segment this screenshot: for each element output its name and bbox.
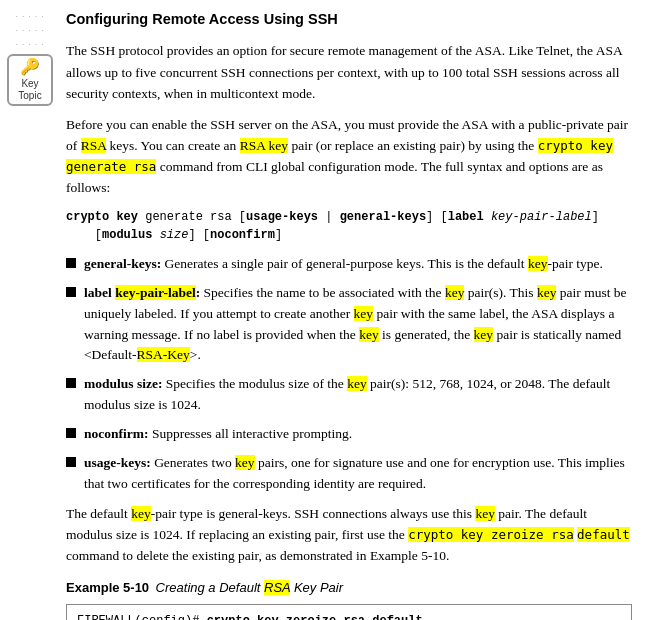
example-title: Creating a Default RSA Key Pair	[156, 580, 343, 595]
term-usage-keys: usage-keys:	[84, 455, 151, 470]
example-number: Example 5-10	[66, 580, 149, 595]
paragraph-1: The SSH protocol provides an option for …	[66, 40, 632, 103]
bullet-modulus-content: modulus size: Specifies the modulus size…	[84, 374, 632, 416]
highlight-rsa-key-2: RSA-Key	[137, 347, 190, 362]
bullet-modulus: modulus size: Specifies the modulus size…	[66, 374, 632, 416]
bullet-general-keys: general-keys: Generates a single pair of…	[66, 254, 632, 275]
bullet-noconfirm-content: noconfirm: Suppresses all interactive pr…	[84, 424, 632, 445]
code-cmd-1: crypto key zeroize rsa default	[207, 614, 423, 620]
highlight-key-9: key	[131, 506, 151, 521]
bullet-icon-2	[66, 287, 76, 297]
highlight-key-2: key	[445, 285, 465, 300]
key-topic-badge: 🔑 KeyTopic	[7, 54, 53, 106]
dots-decoration: · · · · ·· · · · ·· · · · ·	[15, 10, 44, 52]
highlight-key-1: key	[528, 256, 548, 271]
content-area: Configuring Remote Access Using SSH The …	[60, 0, 646, 620]
code-box: FIREWALL(config)# crypto key zeroize rsa…	[66, 604, 632, 620]
example-label: Example 5-10 Creating a Default RSA Key …	[66, 578, 632, 598]
highlight-crypto-cmd: crypto key generate rsa	[66, 138, 613, 174]
page-container: · · · · ·· · · · ·· · · · · 🔑 KeyTopic C…	[0, 0, 646, 620]
section-title: Configuring Remote Access Using SSH	[66, 8, 632, 30]
highlight-rsa1: RSA	[81, 138, 107, 153]
highlight-key-6: key	[474, 327, 494, 342]
highlight-key-5: key	[359, 327, 379, 342]
left-margin: · · · · ·· · · · ·· · · · · 🔑 KeyTopic	[0, 0, 60, 620]
bullet-label-content: label key-pair-label: Specifies the name…	[84, 283, 632, 367]
code-syntax: crypto key generate rsa [usage-keys | ge…	[66, 208, 632, 244]
paragraph-3: The default key-pair type is general-key…	[66, 503, 632, 566]
code-line-1: FIREWALL(config)# crypto key zeroize rsa…	[77, 612, 621, 620]
highlight-zeroize-cmd: crypto key zeroize rsa	[408, 527, 574, 542]
key-icon: 🔑	[20, 57, 40, 76]
highlight-key-3: key	[537, 285, 557, 300]
highlight-default: default	[577, 527, 630, 542]
bullet-label: label key-pair-label: Specifies the name…	[66, 283, 632, 367]
bullet-noconfirm: noconfirm: Suppresses all interactive pr…	[66, 424, 632, 445]
highlight-rsa-example: RSA	[264, 580, 290, 595]
highlight-key-7: key	[347, 376, 367, 391]
bullet-icon-5	[66, 457, 76, 467]
term-label: label key-pair-label:	[84, 285, 200, 300]
bullet-icon	[66, 258, 76, 268]
term-modulus: modulus size:	[84, 376, 162, 391]
bullet-usage-keys: usage-keys: Generates two key pairs, one…	[66, 453, 632, 495]
term-general-keys: general-keys:	[84, 256, 161, 271]
paragraph-2: Before you can enable the SSH server on …	[66, 114, 632, 198]
highlight-rsa-key: RSA key	[240, 138, 288, 153]
term-noconfirm: noconfirm:	[84, 426, 149, 441]
bullet-list: general-keys: Generates a single pair of…	[66, 254, 632, 495]
highlight-key-8: key	[235, 455, 255, 470]
code-prompt-1: FIREWALL(config)#	[77, 614, 207, 620]
bullet-icon-4	[66, 428, 76, 438]
highlight-key-pair-label: key-pair-label	[115, 285, 196, 300]
bullet-icon-3	[66, 378, 76, 388]
key-topic-label: KeyTopic	[18, 78, 41, 102]
highlight-key-4: key	[354, 306, 374, 321]
highlight-key-10: key	[475, 506, 495, 521]
bullet-general-keys-content: general-keys: Generates a single pair of…	[84, 254, 632, 275]
bullet-usage-keys-content: usage-keys: Generates two key pairs, one…	[84, 453, 632, 495]
